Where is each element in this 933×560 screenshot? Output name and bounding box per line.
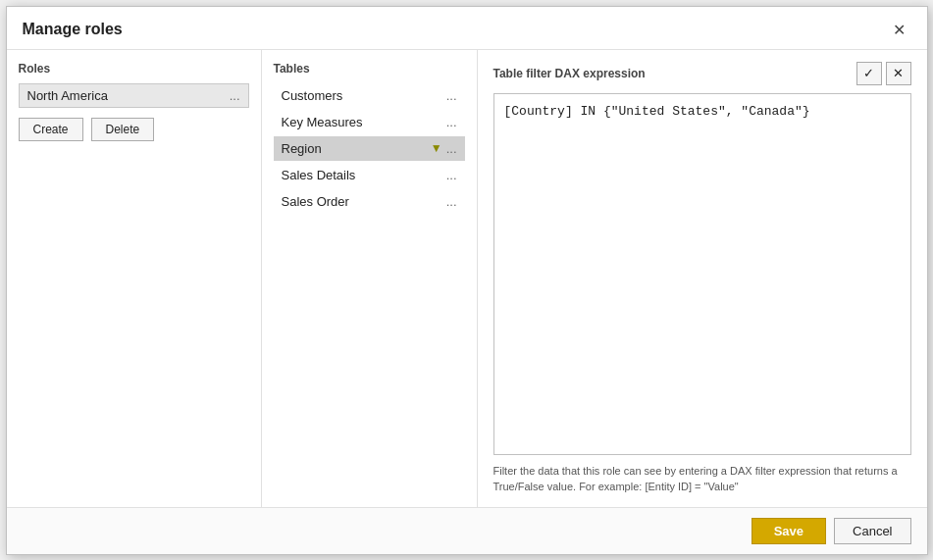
manage-roles-dialog: Manage roles ✕ Roles North America ... C… xyxy=(6,6,928,555)
dax-cancel-button[interactable]: ✕ xyxy=(886,62,911,85)
tables-label: Tables xyxy=(274,62,465,76)
dax-title: Table filter DAX expression xyxy=(493,67,646,80)
role-item-dots: ... xyxy=(230,88,240,103)
dax-hint-text: Filter the data that this role can see b… xyxy=(493,463,911,495)
table-dots-customers: ... xyxy=(446,88,457,103)
role-item-north-america[interactable]: North America ... xyxy=(19,83,249,108)
save-button[interactable]: Save xyxy=(752,518,826,544)
role-item-name: North America xyxy=(27,88,108,103)
title-bar: Manage roles ✕ xyxy=(7,7,927,50)
table-name-sales-order: Sales Order xyxy=(282,194,349,209)
table-item-key-measures[interactable]: Key Measures ... xyxy=(274,110,465,134)
dialog-title: Manage roles xyxy=(23,21,123,38)
table-dots-sales-order: ... xyxy=(446,194,457,209)
table-dots-region: ... xyxy=(446,141,457,156)
dax-panel: Table filter DAX expression ✓ ✕ Filter t… xyxy=(478,50,927,507)
role-buttons: Create Delete xyxy=(19,118,249,141)
table-name-region: Region xyxy=(282,141,322,156)
cancel-button[interactable]: Cancel xyxy=(834,518,910,544)
table-item-customers[interactable]: Customers ... xyxy=(274,83,465,108)
table-name-key-measures: Key Measures xyxy=(282,115,363,129)
roles-panel: Roles North America ... Create Delete xyxy=(7,50,262,507)
close-button[interactable]: ✕ xyxy=(887,19,911,41)
table-item-sales-order[interactable]: Sales Order ... xyxy=(274,189,465,214)
delete-button[interactable]: Delete xyxy=(91,118,155,141)
roles-label: Roles xyxy=(19,62,249,76)
dax-action-buttons: ✓ ✕ xyxy=(856,62,911,85)
dax-header: Table filter DAX expression ✓ ✕ xyxy=(493,62,911,85)
table-name-customers: Customers xyxy=(282,88,343,103)
table-dots-key-measures: ... xyxy=(446,115,457,129)
dax-expression-editor[interactable] xyxy=(493,93,911,455)
create-button[interactable]: Create xyxy=(19,118,83,141)
tables-panel: Tables Customers ... Key Measures ... xyxy=(262,50,478,507)
dialog-footer: Save Cancel xyxy=(7,507,927,554)
table-dots-sales-details: ... xyxy=(446,168,457,182)
filter-icon: ▼ xyxy=(431,141,442,155)
dax-confirm-button[interactable]: ✓ xyxy=(856,62,882,85)
table-item-sales-details[interactable]: Sales Details ... xyxy=(274,163,465,187)
table-name-sales-details: Sales Details xyxy=(282,168,356,182)
dialog-body: Roles North America ... Create Delete Ta… xyxy=(7,50,927,507)
table-item-region[interactable]: Region ▼ ... xyxy=(274,136,465,161)
